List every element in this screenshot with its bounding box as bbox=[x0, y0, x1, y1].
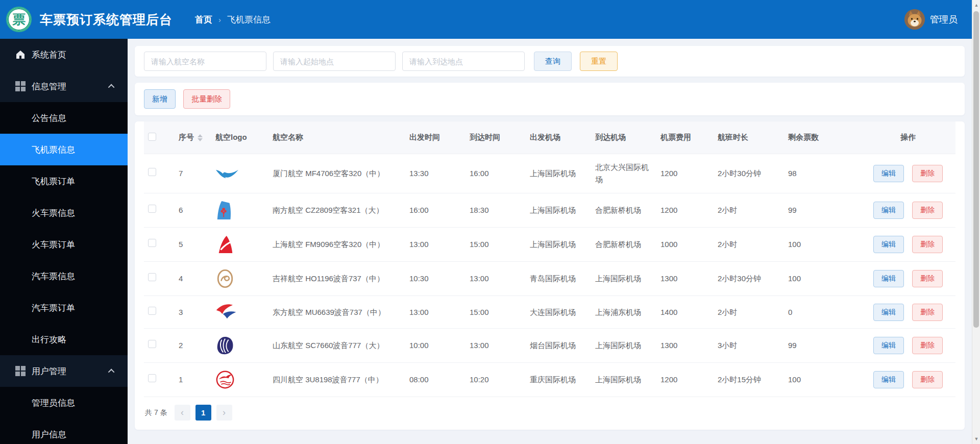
airline-logo-china-southern bbox=[215, 201, 264, 220]
app-title: 车票预订系统管理后台 bbox=[40, 11, 173, 28]
sidebar-item-notice-info[interactable]: 公告信息 bbox=[0, 102, 128, 134]
sidebar-item-travel-guide[interactable]: 出行攻略 bbox=[0, 324, 128, 355]
sidebar-group-info-management[interactable]: 信息管理 bbox=[0, 70, 128, 102]
flight-table: 序号 航空logo 航空名称 出发时间 到达时间 出发机场 到达机场 机票费用 … bbox=[144, 121, 955, 397]
sidebar-item-flight-ticket-orders[interactable]: 飞机票订单 bbox=[0, 165, 128, 197]
table-row: 4 吉祥航空 HO1196波音737（中） 10:30 13:00 青岛国际机场… bbox=[144, 262, 955, 296]
table-header-row: 序号 航空logo 航空名称 出发时间 到达时间 出发机场 到达机场 机票费用 … bbox=[144, 121, 955, 154]
top-bar: 票 车票预订系统管理后台 首页 › 飞机票信息 管理员 bbox=[0, 0, 980, 39]
airline-logo-shanghai-airlines bbox=[215, 235, 264, 254]
breadcrumb: 首页 › 飞机票信息 bbox=[195, 14, 271, 26]
departure-place-input[interactable] bbox=[273, 52, 396, 71]
edit-button[interactable]: 编辑 bbox=[873, 202, 904, 219]
search-panel: 查询 重置 bbox=[135, 46, 965, 77]
breadcrumb-separator-icon: › bbox=[218, 15, 221, 24]
breadcrumb-current: 飞机票信息 bbox=[227, 14, 271, 26]
edit-button[interactable]: 编辑 bbox=[873, 337, 904, 354]
grid-icon bbox=[15, 366, 26, 376]
edit-button[interactable]: 编辑 bbox=[873, 304, 904, 321]
pagination: 共 7 条 ‹ 1 › bbox=[144, 397, 955, 428]
sort-icon[interactable] bbox=[198, 134, 203, 141]
table-row: 5 上海航空 FM9096空客320（中） 13:00 15:00 上海国际机场… bbox=[144, 228, 955, 262]
delete-button[interactable]: 删除 bbox=[912, 236, 943, 253]
row-checkbox[interactable] bbox=[148, 239, 156, 247]
edit-button[interactable]: 编辑 bbox=[873, 165, 904, 182]
row-checkbox[interactable] bbox=[148, 273, 156, 281]
arrival-place-input[interactable] bbox=[402, 52, 525, 71]
delete-button[interactable]: 删除 bbox=[912, 202, 943, 219]
query-button[interactable]: 查询 bbox=[534, 52, 572, 71]
row-checkbox[interactable] bbox=[148, 374, 156, 382]
scroll-up-icon[interactable]: ▲ bbox=[972, 1, 980, 9]
sidebar-item-train-ticket-info[interactable]: 火车票信息 bbox=[0, 197, 128, 229]
edit-button[interactable]: 编辑 bbox=[873, 236, 904, 253]
table-row: 2 山东航空 SC7660波音777（大） 10:00 13:00 烟台国际机场… bbox=[144, 329, 955, 363]
airline-logo-shandong-airlines bbox=[215, 336, 264, 355]
edit-button[interactable]: 编辑 bbox=[873, 270, 904, 287]
toolbar: 新增 批量删除 bbox=[135, 83, 965, 115]
row-checkbox[interactable] bbox=[148, 205, 156, 213]
chevron-up-icon bbox=[108, 84, 115, 90]
row-checkbox[interactable] bbox=[148, 307, 156, 315]
sidebar-item-system-home[interactable]: 系统首页 bbox=[0, 39, 128, 70]
user-area[interactable]: 管理员 bbox=[904, 9, 967, 30]
username[interactable]: 管理员 bbox=[930, 13, 958, 26]
prev-page-button[interactable]: ‹ bbox=[175, 405, 190, 421]
main-content: 查询 重置 新增 批量删除 序号 航空logo 航空名称 出发时间 bbox=[128, 39, 972, 436]
current-page-button[interactable]: 1 bbox=[195, 405, 211, 421]
sidebar: 系统首页 信息管理 公告信息 飞机票信息 飞机票订单 火车票信息 火车票订单 汽… bbox=[0, 39, 128, 444]
delete-button[interactable]: 删除 bbox=[912, 270, 943, 287]
table-row: 1 四川航空 3U8198波音777（中） 08:00 10:20 重庆国际机场… bbox=[144, 363, 955, 397]
airline-name-input[interactable] bbox=[144, 52, 266, 71]
sidebar-item-bus-ticket-orders[interactable]: 汽车票订单 bbox=[0, 292, 128, 324]
delete-button[interactable]: 删除 bbox=[912, 304, 943, 321]
home-icon bbox=[15, 50, 26, 60]
airline-logo-xiamen-air bbox=[215, 165, 264, 182]
avatar[interactable] bbox=[904, 9, 925, 30]
sidebar-group-user-management[interactable]: 用户管理 bbox=[0, 355, 128, 387]
select-all-checkbox[interactable] bbox=[148, 133, 156, 141]
flight-table-panel: 序号 航空logo 航空名称 出发时间 到达时间 出发机场 到达机场 机票费用 … bbox=[135, 121, 965, 430]
table-row: 7 厦门航空 MF4706空客320（中） 13:30 16:00 上海国际机场… bbox=[144, 154, 955, 193]
grid-icon bbox=[15, 81, 26, 91]
delete-button[interactable]: 删除 bbox=[912, 337, 943, 354]
breadcrumb-home[interactable]: 首页 bbox=[195, 14, 212, 26]
airline-logo-sichuan-airlines bbox=[215, 370, 264, 389]
shiba-avatar-image bbox=[904, 9, 925, 30]
edit-button[interactable]: 编辑 bbox=[873, 371, 904, 388]
sidebar-item-user-info[interactable]: 用户信息 bbox=[0, 418, 128, 444]
app-logo-icon: 票 bbox=[6, 7, 32, 32]
scrollbar[interactable]: ▲ ▼ bbox=[972, 0, 980, 444]
delete-button[interactable]: 删除 bbox=[912, 165, 943, 182]
batch-delete-button[interactable]: 批量删除 bbox=[183, 89, 230, 109]
row-checkbox[interactable] bbox=[148, 168, 156, 176]
table-row: 6 南方航空 CZ2809空客321（大） 16:00 18:30 上海国际机场… bbox=[144, 193, 955, 228]
reset-button[interactable]: 重置 bbox=[580, 52, 618, 71]
sidebar-item-admin-info[interactable]: 管理员信息 bbox=[0, 387, 128, 418]
delete-button[interactable]: 删除 bbox=[912, 371, 943, 388]
scroll-down-icon[interactable]: ▼ bbox=[972, 435, 980, 443]
sidebar-item-bus-ticket-info[interactable]: 汽车票信息 bbox=[0, 260, 128, 292]
add-button[interactable]: 新增 bbox=[144, 89, 176, 109]
chevron-up-icon bbox=[108, 368, 115, 375]
row-checkbox[interactable] bbox=[148, 340, 156, 348]
airline-logo-china-eastern bbox=[215, 303, 264, 321]
airline-logo-juneyao-air bbox=[215, 269, 264, 288]
table-row: 3 东方航空 MU6639波音737（中） 13:00 15:00 大连国际机场… bbox=[144, 296, 955, 329]
scrollbar-thumb[interactable] bbox=[973, 11, 979, 328]
sidebar-item-flight-ticket-info[interactable]: 飞机票信息 bbox=[0, 134, 128, 165]
sidebar-item-train-ticket-orders[interactable]: 火车票订单 bbox=[0, 229, 128, 260]
pagination-total: 共 7 条 bbox=[145, 408, 167, 417]
next-page-button[interactable]: › bbox=[216, 405, 232, 421]
